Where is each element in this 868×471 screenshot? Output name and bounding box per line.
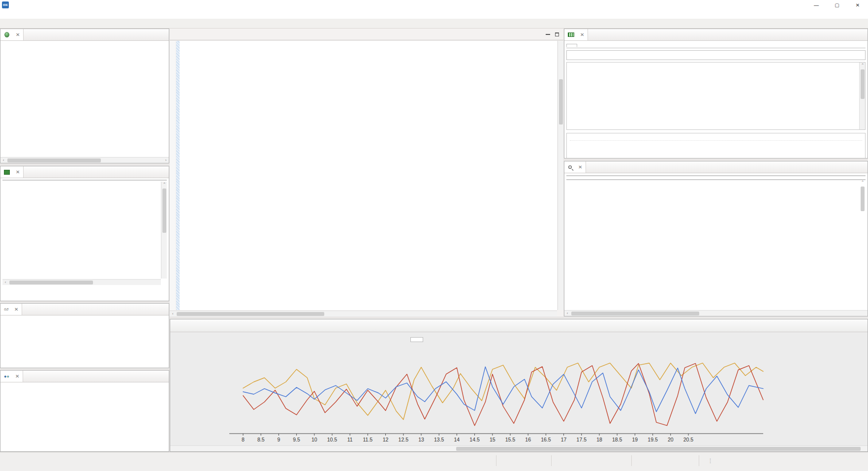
svg-text:8: 8 xyxy=(242,437,245,442)
tab-swv-statistical-profiling[interactable]: ✕ xyxy=(0,166,24,178)
title-bar: IDE — ▢ ✕ xyxy=(0,0,868,10)
minimize-window-button[interactable]: — xyxy=(806,0,827,10)
accel-timeline-chart: 88.599.51010.51111.51212.51313.51414.515… xyxy=(170,332,868,446)
status-menu-icon[interactable]: ⋮ xyxy=(708,456,713,465)
debug-hscrollbar[interactable]: ‹ › xyxy=(0,157,169,163)
svg-text:12.5: 12.5 xyxy=(399,437,409,442)
editor-area: ‹ xyxy=(170,29,563,316)
sfrs-view-icon xyxy=(568,32,574,37)
breakpoints-view-icon: ●● xyxy=(4,374,9,379)
svg-text:9: 9 xyxy=(277,437,280,442)
close-icon[interactable]: ✕ xyxy=(14,307,18,312)
tab-breakpoints[interactable]: ●● ✕ xyxy=(0,371,23,382)
maximize-icon[interactable] xyxy=(553,30,561,38)
chart-legend xyxy=(410,337,423,342)
tab-debug[interactable]: ✕ xyxy=(0,29,24,40)
profiling-vscrollbar[interactable]: ⌃ xyxy=(161,182,167,279)
sfrs-view: ✕ ⌃ xyxy=(564,29,868,158)
close-icon[interactable]: ✕ xyxy=(578,164,582,170)
profiling-view-icon xyxy=(4,170,10,175)
swv-statistical-profiling-view: ✕ ‹ ⌃ xyxy=(0,166,169,301)
close-icon[interactable]: ✕ xyxy=(16,169,20,175)
main-toolbar xyxy=(0,19,868,29)
sfrs-vscrollbar[interactable]: ⌃ xyxy=(859,63,865,129)
tab-swv-data-trace[interactable]: ✕ xyxy=(564,161,586,173)
close-window-button[interactable]: ✕ xyxy=(847,0,868,10)
svg-text:13.5: 13.5 xyxy=(434,437,444,442)
register-filter-input[interactable] xyxy=(566,50,866,60)
data-trace-hscrollbar[interactable]: ‹ xyxy=(564,310,868,316)
menu-bar xyxy=(0,10,868,19)
close-icon[interactable]: ✕ xyxy=(15,374,19,379)
debug-view: ✕ ‹ › xyxy=(0,29,169,163)
breakpoint-gutter[interactable] xyxy=(170,41,176,310)
live-expressions-view: 6d̂ ✕ xyxy=(0,303,169,368)
svg-text:13: 13 xyxy=(418,437,424,442)
data-trace-view-icon xyxy=(568,165,572,169)
annotation-gutter xyxy=(176,41,180,310)
editor-hscrollbar[interactable]: ‹ xyxy=(170,311,557,316)
svg-text:19.5: 19.5 xyxy=(648,437,658,442)
svg-text:15.5: 15.5 xyxy=(505,437,516,442)
debug-view-icon xyxy=(4,32,9,37)
app-icon: IDE xyxy=(2,1,9,8)
status-bar: ⋮ xyxy=(0,452,868,471)
description-label xyxy=(570,140,862,142)
tab-sfrs[interactable]: ✕ xyxy=(564,29,588,40)
svg-text:20.5: 20.5 xyxy=(683,437,694,442)
svg-text:10: 10 xyxy=(311,437,317,442)
svg-text:14: 14 xyxy=(454,437,460,442)
svg-text:11: 11 xyxy=(347,437,353,442)
svg-text:16.5: 16.5 xyxy=(541,437,551,442)
maximize-window-button[interactable]: ▢ xyxy=(827,0,847,10)
code-editor[interactable] xyxy=(170,41,557,310)
live-expressions-icon: 6d̂ xyxy=(4,307,8,312)
svg-text:19: 19 xyxy=(632,437,638,442)
svg-text:18.5: 18.5 xyxy=(612,437,622,442)
svg-text:15: 15 xyxy=(490,437,496,442)
profiling-hscrollbar[interactable]: ‹ xyxy=(2,279,161,285)
editor-vscrollbar[interactable] xyxy=(558,41,563,310)
svg-text:8.5: 8.5 xyxy=(257,437,265,442)
svg-text:14.5: 14.5 xyxy=(469,437,480,442)
swv-timeline-graph-view: 88.599.51010.51111.51212.51313.51414.515… xyxy=(170,319,868,452)
tab-all-registers[interactable] xyxy=(566,44,577,47)
tab-live-expressions[interactable]: 6d̂ ✕ xyxy=(0,304,22,315)
close-icon[interactable]: ✕ xyxy=(16,32,20,37)
svg-text:11.5: 11.5 xyxy=(363,437,373,442)
svg-text:17: 17 xyxy=(561,437,567,442)
chart-hscrollbar[interactable] xyxy=(170,445,868,451)
svg-text:16: 16 xyxy=(525,437,531,442)
swv-data-trace-view: ✕ ⌃ ‹ xyxy=(564,161,868,316)
svg-text:20: 20 xyxy=(668,437,674,442)
svg-text:18: 18 xyxy=(596,437,602,442)
svg-text:17.5: 17.5 xyxy=(577,437,587,442)
breakpoints-view: ●● ✕ xyxy=(0,370,169,452)
close-icon[interactable]: ✕ xyxy=(580,32,584,37)
minimize-icon[interactable] xyxy=(544,30,552,38)
svg-text:9.5: 9.5 xyxy=(293,437,300,442)
svg-text:12: 12 xyxy=(383,437,389,442)
svg-text:10.5: 10.5 xyxy=(327,437,338,442)
